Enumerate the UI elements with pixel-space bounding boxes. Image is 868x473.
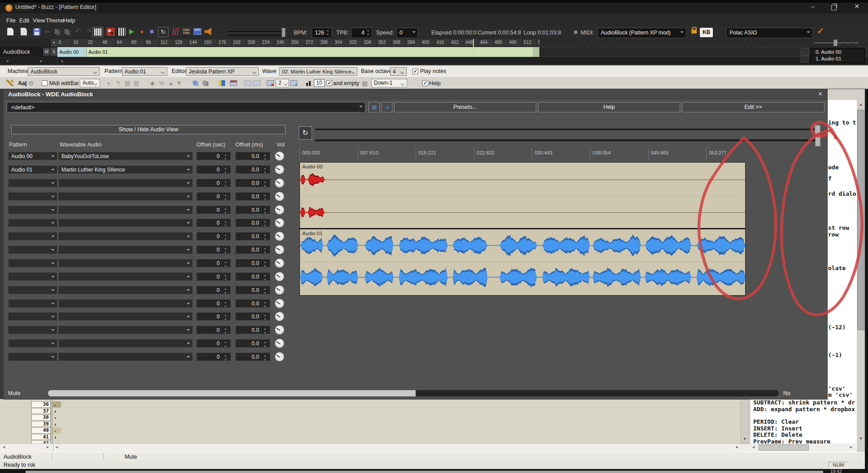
tool-icon-7[interactable]: ▲ (168, 80, 174, 86)
pattern-select-row5[interactable] (8, 219, 57, 227)
rows-input[interactable]: 10 (314, 79, 325, 87)
volume-slider-track-1[interactable] (227, 31, 287, 33)
wavetable-select-row14[interactable] (58, 339, 193, 348)
dialog-help-button[interactable]: Help (538, 102, 680, 112)
wavetable-select-row8[interactable] (58, 259, 193, 267)
offset-sec-input-row1[interactable]: 0▲▼ (196, 165, 231, 174)
and-empty-checkbox[interactable]: ✓ (326, 80, 332, 86)
zoom-slider-handle[interactable] (833, 39, 838, 46)
machine-select[interactable]: AudioBlock (28, 67, 100, 76)
offset-ms-input-row12[interactable]: 0.0▲▼ (235, 312, 270, 321)
wave-scroll-track-2[interactable] (315, 139, 820, 142)
pattern-select-row2[interactable] (8, 179, 57, 187)
track-scroll-left-icon[interactable]: ◄ (60, 59, 64, 63)
volume-knob-row7[interactable] (275, 245, 284, 254)
preset-delete-button[interactable] (382, 102, 392, 112)
add-track-button[interactable]: + (51, 39, 57, 46)
open-file-icon[interactable] (21, 28, 27, 35)
loop-button[interactable]: ↻ (158, 27, 169, 37)
offset-sec-input-row14[interactable]: 0▲▼ (196, 339, 231, 348)
pattern-select-row10[interactable] (8, 286, 57, 294)
sequence-editor-icon[interactable] (117, 28, 126, 36)
menu-item-file[interactable]: File (6, 17, 16, 24)
wave-scroll-handle-2[interactable] (815, 135, 820, 146)
wave-select[interactable]: 02. Martin Luther King SIlence (279, 67, 357, 76)
save-icon[interactable] (33, 28, 40, 35)
tool-icon-3[interactable]: ▤ (125, 80, 130, 86)
tool-icon-10[interactable] (203, 81, 207, 85)
preset-save-button[interactable] (369, 102, 380, 112)
help-checkbox[interactable]: ✓ (422, 80, 428, 86)
pe-scroll-left-icon[interactable]: ◄ (2, 445, 6, 449)
offset-sec-input-row13[interactable]: 0▲▼ (196, 326, 231, 334)
volume-slider-handle[interactable] (282, 28, 286, 37)
offset-sec-input-row3[interactable]: 0▲▼ (196, 192, 231, 201)
record-icon[interactable]: ● (140, 28, 143, 35)
table-icon-corner[interactable] (267, 80, 274, 86)
pattern-select-row8[interactable] (8, 259, 57, 267)
toggle-audio-view-button[interactable]: Show / Hide Audio View (11, 125, 286, 134)
font-icon[interactable]: Aa| (18, 80, 26, 86)
preset-select[interactable]: <default> (7, 102, 365, 112)
wavetable-select-row5[interactable] (58, 219, 193, 227)
kb-button[interactable]: KB (700, 28, 713, 37)
offset-sec-input-row9[interactable]: 0▲▼ (196, 272, 231, 281)
restore-button[interactable] (831, 5, 837, 10)
midi-edit-checkbox[interactable] (42, 80, 48, 86)
pattern-select[interactable]: Audio 01 (122, 67, 167, 76)
midi-select[interactable]: AudioBlock (Pattern XP mod) (598, 28, 686, 38)
volume-knob-row8[interactable] (275, 258, 284, 268)
volume-knob-row2[interactable] (275, 178, 284, 188)
volume-knob-row5[interactable] (275, 218, 284, 228)
editor-select[interactable]: Jeskola Pattern XP (186, 67, 259, 76)
pe-scroll-right-icon-2[interactable]: ► (735, 445, 739, 449)
scroll-up-icon[interactable]: ▲ (857, 100, 865, 109)
wrench-icon[interactable] (6, 80, 13, 86)
pattern-select-row6[interactable] (8, 232, 57, 241)
pattern-select-row12[interactable] (8, 312, 57, 321)
volume-knob-row13[interactable] (275, 325, 284, 335)
pattern-select-row0[interactable]: Audio 00 (8, 152, 57, 160)
bpm-input[interactable]: 126▲▼ (312, 28, 332, 38)
wave-scroll-track-1[interactable] (315, 129, 820, 131)
base-octave-select[interactable]: 4 (390, 67, 407, 76)
wavetable-list-item[interactable]: 1. Audio 01 (816, 56, 842, 61)
dialog-title-bar[interactable]: AudioBlock - WDE AudioBlock ✕ (4, 89, 827, 100)
stop-icon[interactable]: ■ (150, 27, 154, 35)
wavetable-select-row6[interactable] (58, 232, 193, 241)
volume-knob-row4[interactable] (275, 205, 284, 215)
table-icon-faded-2[interactable] (253, 80, 260, 86)
offset-ms-input-row11[interactable]: 0.0▲▼ (235, 299, 270, 308)
wave-spinner-up[interactable]: - (801, 48, 808, 55)
cut-icon[interactable]: ✂ (45, 28, 50, 35)
wavetable-list[interactable]: 0. Audio 00 1. Audio 01 (811, 48, 865, 63)
table-icon-faded-1[interactable] (244, 80, 252, 86)
volume-slider-track-2[interactable] (227, 35, 287, 37)
speaker-icon[interactable] (204, 28, 212, 35)
presets-button[interactable]: Presets... (394, 102, 536, 112)
offset-sec-input-row7[interactable]: 0▲▼ (196, 245, 231, 254)
menu-item-view[interactable]: View (33, 17, 45, 24)
volume-knob-row14[interactable] (275, 339, 284, 348)
mute-slider-filled[interactable] (48, 390, 416, 396)
volume-knob-row15[interactable] (275, 352, 284, 361)
offset-sec-input-row8[interactable]: 0▲▼ (196, 259, 231, 267)
tool-icon-4[interactable]: ▤ (134, 80, 139, 86)
wavetable-select-row7[interactable] (58, 245, 193, 254)
offset-ms-input-row13[interactable]: 0.0▲▼ (235, 326, 270, 334)
editor-window-icon[interactable] (194, 28, 201, 35)
lock-icon[interactable] (691, 30, 697, 34)
wavetable-select-row10[interactable] (58, 286, 193, 294)
tool-icon-6[interactable]: % (159, 80, 165, 86)
help-scroll-left-icon[interactable]: ◄ (751, 445, 755, 449)
wavetable-select-row4[interactable] (58, 206, 193, 214)
close-button[interactable]: ✕ (850, 3, 864, 10)
tpb-input[interactable]: 4▲▼ (351, 28, 372, 38)
audio-driver-select[interactable]: Polac ASIO (726, 28, 813, 38)
pe-scroll-right-icon[interactable]: ► (46, 445, 50, 449)
edit-button[interactable]: Edit >> (682, 102, 825, 112)
volume-knob-row11[interactable] (275, 299, 284, 308)
menu-item-edit[interactable]: Edit (19, 17, 29, 24)
pattern-editor-view-button[interactable] (92, 27, 103, 37)
track-solo-button[interactable]: S (51, 48, 57, 56)
